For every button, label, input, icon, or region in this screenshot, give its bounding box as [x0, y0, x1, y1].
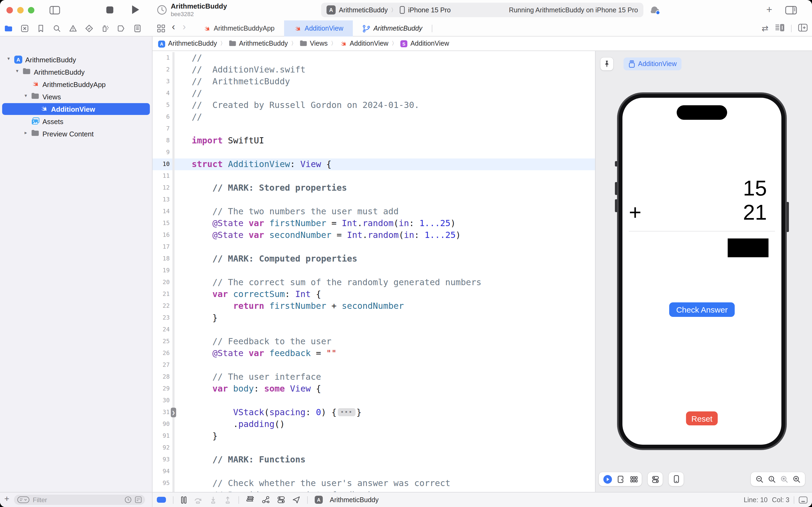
code-line[interactable]: 18 // MARK: Computed properties: [153, 253, 595, 265]
disclosure-chevron-icon[interactable]: ▾: [14, 68, 20, 73]
code-line[interactable]: 16 @State var secondNumber = Int.random(…: [153, 229, 595, 241]
code-line[interactable]: 4//: [153, 88, 595, 99]
sidebar-item-arithmeticbuddy[interactable]: ▾AArithmeticBuddy: [0, 54, 152, 66]
disclosure-chevron-icon[interactable]: ▾: [5, 56, 12, 61]
source-control-navigator-icon[interactable]: [20, 24, 29, 33]
code-line[interactable]: 15 @State var firstNumber = Int.random(i…: [153, 218, 595, 229]
answer-input-field[interactable]: [728, 238, 768, 257]
sidebar-item-assets[interactable]: Assets: [0, 115, 152, 128]
zoom-to-fit-icon[interactable]: [780, 475, 788, 483]
debug-navigator-icon[interactable]: [101, 24, 110, 33]
sidebar-item-arithmeticbuddyapp[interactable]: ArithmeticBuddyApp: [0, 78, 152, 91]
code-line[interactable]: 28 // The user interface: [153, 371, 595, 383]
report-navigator-icon[interactable]: [133, 24, 142, 33]
filter-field[interactable]: Filter: [14, 495, 145, 505]
device-picker-button[interactable]: [673, 475, 679, 484]
related-items-icon[interactable]: [157, 24, 165, 35]
check-answer-button[interactable]: Check Answer: [669, 302, 735, 317]
code-line[interactable]: 93 // MARK: Functions: [153, 454, 595, 466]
run-button[interactable]: [132, 5, 139, 14]
code-line[interactable]: 14 // The two numbers the user must add: [153, 206, 595, 218]
device-settings-button[interactable]: [651, 475, 659, 483]
code-line[interactable]: 19: [153, 265, 595, 277]
code-line[interactable]: 95 // Check whether the user's answer wa…: [153, 477, 595, 489]
zoom-window-button[interactable]: [28, 7, 35, 13]
new-tab-button[interactable]: +: [766, 4, 772, 15]
issue-navigator-icon[interactable]: [69, 24, 77, 33]
code-line[interactable]: 96 // Provide appropriate feedback: [153, 489, 595, 492]
tab-arithmeticbuddyapp[interactable]: ArithmeticBuddyApp: [193, 20, 284, 37]
editor-layout-icon[interactable]: [799, 496, 808, 504]
breadcrumb-item[interactable]: Views: [300, 40, 328, 47]
add-file-button[interactable]: +: [4, 494, 9, 504]
project-navigator-icon[interactable]: [4, 24, 13, 33]
add-editor-icon[interactable]: [798, 23, 808, 34]
disclosure-chevron-icon[interactable]: ▸: [22, 130, 29, 135]
breakpoints-toggle[interactable]: [157, 497, 166, 503]
code-line[interactable]: 20 // The correct sum of the randomly ge…: [153, 277, 595, 288]
code-line[interactable]: 21 var correctSum: Int {: [153, 288, 595, 300]
breadcrumb-item[interactable]: SAdditionView: [400, 40, 449, 47]
code-line[interactable]: 31❯ VStack(spacing: 0) {•••}: [153, 406, 595, 418]
filter-options-icon[interactable]: [17, 496, 30, 503]
reset-button[interactable]: Reset: [686, 411, 718, 426]
swap-editor-icon[interactable]: ⇄: [762, 23, 768, 33]
code-line[interactable]: 2// AdditionView.swift: [153, 64, 595, 76]
view-hierarchy-icon[interactable]: [246, 496, 254, 504]
tab-additionview[interactable]: AdditionView: [284, 20, 353, 37]
running-app-label[interactable]: ArithmeticBuddy: [330, 496, 379, 504]
recent-files-icon[interactable]: [125, 496, 131, 503]
minimap-options-icon[interactable]: [775, 23, 785, 34]
sidebar-item-preview-content[interactable]: ▸Preview Content: [0, 128, 152, 140]
scheme-selector[interactable]: A ArithmeticBuddy 〉 iPhone 15 Pro Runnin…: [321, 3, 643, 17]
code-line[interactable]: 5// Created by Russell Gordon on 2024-01…: [153, 99, 595, 111]
go-back-button[interactable]: ‹: [172, 21, 175, 33]
code-line[interactable]: 11: [153, 170, 595, 182]
source-control-filter-icon[interactable]: [135, 496, 142, 503]
code-line[interactable]: 29 var body: some View {: [153, 383, 595, 395]
code-line[interactable]: 22 return firstNumber + secondNumber: [153, 300, 595, 312]
code-line[interactable]: 7: [153, 123, 595, 135]
close-window-button[interactable]: [6, 7, 13, 13]
breadcrumb-item[interactable]: AdditionView: [339, 40, 388, 47]
environment-overrides-icon[interactable]: [277, 496, 285, 504]
code-line[interactable]: 27: [153, 359, 595, 371]
code-line[interactable]: 90 .padding(): [153, 418, 595, 430]
code-line[interactable]: 9: [153, 147, 595, 158]
code-line[interactable]: 10struct AdditionView: View {: [153, 158, 595, 170]
zoom-100-icon[interactable]: 1: [768, 475, 776, 483]
stop-button[interactable]: [106, 6, 113, 13]
zoom-out-icon[interactable]: [755, 475, 763, 483]
code-line[interactable]: 26 @State var feedback = "": [153, 347, 595, 359]
memory-graph-icon[interactable]: [262, 496, 270, 504]
disclosure-chevron-icon[interactable]: ▾: [22, 93, 29, 98]
code-line[interactable]: 92: [153, 442, 595, 454]
breadcrumb[interactable]: AArithmeticBuddy〉ArithmeticBuddy〉Views〉A…: [153, 37, 812, 51]
code-line[interactable]: 8import SwiftUI: [153, 135, 595, 147]
go-forward-button[interactable]: ›: [183, 21, 186, 33]
code-line[interactable]: 17: [153, 241, 595, 253]
sidebar-item-arithmeticbuddy[interactable]: ▾ArithmeticBuddy: [0, 66, 152, 78]
inspector-panel-icon[interactable]: [785, 6, 797, 17]
bookmarks-navigator-icon[interactable]: [37, 24, 45, 33]
selectable-mode-button[interactable]: [617, 475, 625, 483]
cloud-sync-icon[interactable]: [649, 5, 661, 17]
code-line[interactable]: 13: [153, 194, 595, 206]
find-navigator-icon[interactable]: [53, 24, 61, 33]
folded-code-chip[interactable]: •••: [338, 408, 355, 416]
simulate-location-icon[interactable]: [292, 496, 300, 504]
tab-arithmeticbuddy[interactable]: ArithmeticBuddy: [353, 20, 432, 37]
code-line[interactable]: 94: [153, 466, 595, 477]
code-line[interactable]: 24: [153, 324, 595, 336]
scheme-device-label[interactable]: iPhone 15 Pro: [408, 6, 451, 14]
test-navigator-icon[interactable]: [85, 24, 94, 33]
code-line[interactable]: 23 }: [153, 312, 595, 324]
code-line[interactable]: 30: [153, 395, 595, 406]
code-line[interactable]: 6//: [153, 111, 595, 123]
breadcrumb-item[interactable]: ArithmeticBuddy: [229, 40, 288, 47]
variants-mode-button[interactable]: [630, 475, 638, 483]
breadcrumb-item[interactable]: AArithmeticBuddy: [158, 40, 217, 47]
live-preview-button[interactable]: [603, 474, 612, 484]
preview-view-pill[interactable]: AdditionView: [624, 57, 682, 70]
sidebar-item-additionview[interactable]: AdditionView: [0, 103, 152, 115]
